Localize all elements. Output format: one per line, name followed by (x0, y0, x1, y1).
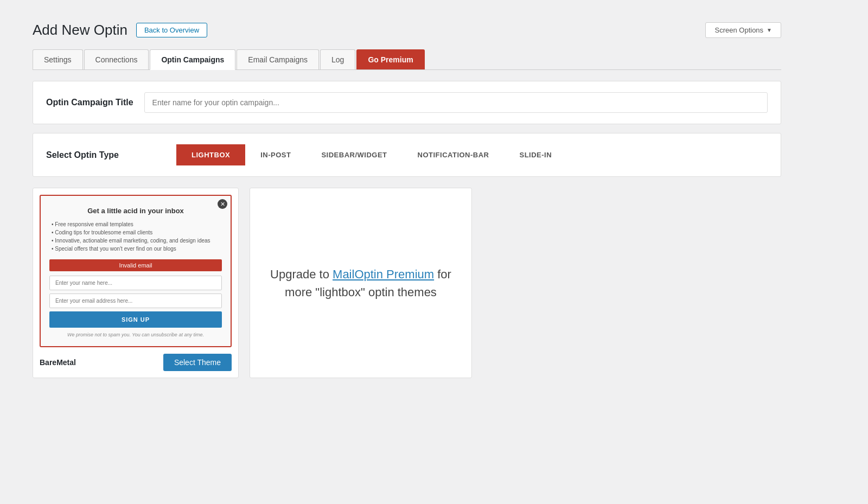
theme-close-button[interactable]: ✕ (218, 199, 227, 209)
tabs-row: Settings Connections Optin Campaigns Ema… (33, 49, 781, 70)
baremetal-theme-card: ✕ Get a little acid in your inbox Free r… (33, 188, 239, 378)
tab-settings[interactable]: Settings (33, 49, 83, 69)
optin-type-slide-in[interactable]: SLIDE-IN (505, 144, 567, 165)
theme-name: BareMetal (40, 358, 76, 367)
theme-card-footer: BareMetal Select Theme (40, 354, 232, 371)
premium-text-prefix: Upgrade to (270, 267, 333, 281)
tab-optin-campaigns[interactable]: Optin Campaigns (150, 49, 235, 70)
list-item: Coding tips for troublesome email client… (52, 228, 220, 237)
optin-type-lightbox[interactable]: LIGHTBOX (176, 144, 245, 165)
theme-preview-title: Get a little acid in your inbox (49, 207, 222, 215)
optin-type-card: Select Optin Type LIGHTBOX IN-POST SIDEB… (33, 133, 781, 177)
tab-go-premium[interactable]: Go Premium (356, 49, 424, 69)
page-title: Add New Optin (33, 22, 127, 39)
theme-name-input[interactable] (49, 276, 222, 290)
premium-card-text: Upgrade to MailOptin Premium for more "l… (266, 265, 455, 301)
tab-email-campaigns[interactable]: Email Campaigns (237, 49, 319, 69)
optin-type-sidebar-widget[interactable]: SIDEBAR/WIDGET (306, 144, 402, 165)
baremetal-theme-preview: ✕ Get a little acid in your inbox Free r… (40, 195, 232, 347)
themes-container: ✕ Get a little acid in your inbox Free r… (33, 188, 781, 378)
theme-error-bar: Invalid email (49, 259, 222, 271)
optin-type-notification-bar[interactable]: NOTIFICATION-BAR (403, 144, 505, 165)
tab-log[interactable]: Log (320, 49, 355, 69)
optin-type-label: Select Optin Type (46, 150, 155, 160)
premium-link[interactable]: MailOptin Premium (333, 267, 434, 281)
list-item: Special offers that you won't ever find … (52, 245, 220, 253)
campaign-title-label: Optin Campaign Title (46, 98, 133, 107)
campaign-title-input[interactable] (144, 92, 768, 113)
optin-type-tabs: LIGHTBOX IN-POST SIDEBAR/WIDGET NOTIFICA… (176, 144, 567, 165)
premium-upgrade-card: Upgrade to MailOptin Premium for more "l… (250, 188, 472, 378)
tab-connections[interactable]: Connections (84, 49, 149, 69)
theme-disclaimer: We promise not to spam you. You can unsu… (49, 332, 222, 337)
theme-signup-button[interactable]: SIGN UP (49, 311, 222, 328)
theme-preview-list: Free responsive email templates Coding t… (49, 220, 222, 253)
back-to-overview-button[interactable]: Back to Overview (136, 23, 207, 37)
select-theme-button[interactable]: Select Theme (163, 354, 232, 371)
theme-email-input[interactable] (49, 294, 222, 308)
list-item: Free responsive email templates (52, 220, 220, 228)
screen-options-button[interactable]: Screen Options (705, 22, 781, 38)
list-item: Innovative, actionable email marketing, … (52, 237, 220, 245)
optin-type-in-post[interactable]: IN-POST (245, 144, 306, 165)
campaign-title-card: Optin Campaign Title (33, 81, 781, 124)
